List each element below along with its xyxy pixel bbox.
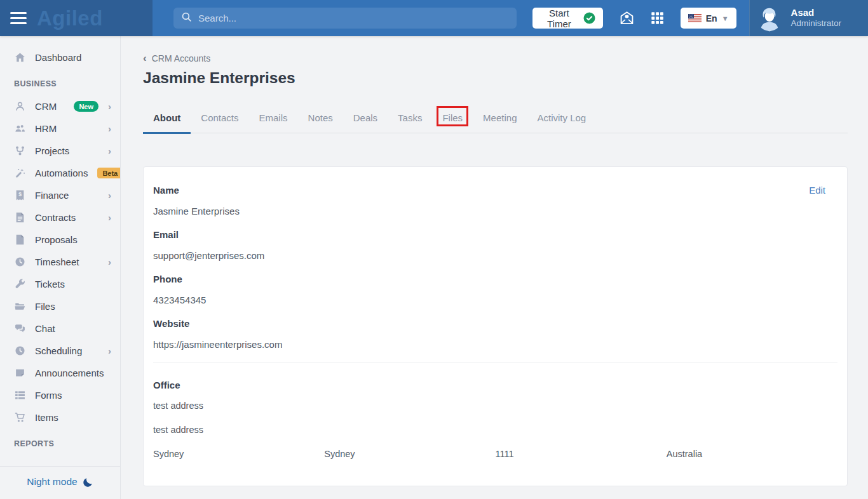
home-icon [14, 52, 25, 63]
sidebar-item-hrm[interactable]: HRM › [0, 117, 120, 140]
search-icon [181, 11, 192, 25]
user-name: Asad [791, 7, 842, 19]
field-label-website: Website [153, 318, 837, 329]
field-value-website: https://jasmineenterprises.com [153, 339, 837, 350]
sidebar-item-chat[interactable]: Chat [0, 317, 120, 340]
new-badge: New [74, 101, 98, 112]
chevron-right-icon: › [108, 123, 111, 134]
field-value-email: support@jenterprises.com [153, 250, 837, 261]
start-timer-button[interactable]: Start Timer [532, 8, 603, 29]
top-header: Agiled Start Timer [0, 0, 868, 36]
sidebar-item-projects[interactable]: Projects › [0, 140, 120, 162]
search-input[interactable] [198, 13, 509, 23]
list-icon [14, 390, 25, 401]
chevron-down-icon: ▼ [722, 15, 729, 22]
sidebar: Dashboard BUSINESS CRM New › HRM › Proje… [0, 36, 121, 499]
tab-meeting[interactable]: Meeting [473, 104, 527, 134]
office-state: Sydney [324, 449, 495, 459]
folder-open-icon [14, 301, 25, 312]
clock-icon [14, 345, 25, 356]
tab-notes[interactable]: Notes [298, 104, 343, 134]
office-label: Office [153, 380, 837, 390]
file-contract-icon [14, 212, 25, 223]
sidebar-item-finance[interactable]: $ Finance › [0, 184, 120, 206]
main-content: ‹ CRM Accounts Jasmine Enterprises About… [121, 36, 868, 499]
field-label-phone: Phone [153, 274, 837, 284]
sidebar-item-crm[interactable]: CRM New › [0, 95, 120, 117]
chevron-right-icon: › [108, 101, 111, 112]
users-icon [14, 123, 25, 134]
wrench-icon [14, 279, 25, 289]
sticky-note-icon [14, 368, 25, 378]
svg-text:$: $ [18, 191, 22, 197]
chevron-right-icon: › [108, 345, 111, 356]
sidebar-item-automations[interactable]: Automations Beta › [0, 162, 120, 184]
header-bar: Start Timer En ▼ [153, 0, 868, 36]
file-icon [14, 234, 25, 245]
field-value-name: Jasmine Enterprises [153, 206, 837, 216]
sidebar-section-business: BUSINESS [0, 79, 120, 88]
logo-area: Agiled [0, 0, 153, 36]
page-title: Jasmine Enterprises [143, 69, 868, 87]
chevron-right-icon: › [108, 190, 111, 201]
tab-tasks[interactable]: Tasks [388, 104, 432, 134]
apps-grid-icon[interactable] [651, 11, 664, 25]
check-circle-icon [583, 12, 595, 24]
sidebar-item-timesheet[interactable]: Timesheet › [0, 251, 120, 273]
sidebar-section-reports: REPORTS [0, 439, 120, 448]
clock-icon [14, 256, 25, 267]
user-menu[interactable]: Asad Administrator [749, 0, 868, 36]
us-flag-icon [688, 14, 702, 22]
office-address-line1: test address [153, 401, 837, 411]
tab-about[interactable]: About [143, 104, 191, 134]
office-city: Sydney [153, 449, 324, 459]
app-logo[interactable]: Agiled [37, 6, 103, 30]
tab-contacts[interactable]: Contacts [191, 104, 248, 134]
user-role: Administrator [791, 18, 842, 29]
account-details-card: Edit Name Jasmine Enterprises Email supp… [143, 166, 848, 486]
language-selector[interactable]: En ▼ [681, 8, 736, 29]
night-mode-toggle[interactable]: Night mode [0, 466, 120, 499]
sidebar-item-tickets[interactable]: Tickets [0, 273, 120, 295]
magic-wand-icon [14, 168, 25, 178]
field-label-email: Email [153, 229, 837, 240]
chevron-right-icon: › [108, 212, 111, 223]
moon-icon [83, 477, 93, 488]
tab-activity-log[interactable]: Activity Log [527, 104, 596, 134]
sidebar-item-contracts[interactable]: Contracts › [0, 206, 120, 229]
office-address-line2: test address [153, 425, 837, 435]
sidebar-item-forms[interactable]: Forms [0, 384, 120, 406]
sidebar-item-items[interactable]: Items [0, 406, 120, 429]
edit-button[interactable]: Edit [809, 185, 825, 196]
branch-icon [14, 145, 25, 156]
sidebar-item-scheduling[interactable]: Scheduling › [0, 340, 120, 362]
beta-badge: Beta [97, 168, 121, 178]
tab-files[interactable]: Files [432, 104, 473, 134]
inbox-mail-icon[interactable] [620, 11, 634, 25]
tab-emails[interactable]: Emails [249, 104, 298, 134]
field-label-name: Name [153, 185, 837, 196]
office-zip: 1111 [496, 449, 667, 459]
sidebar-item-files[interactable]: Files [0, 295, 120, 317]
chevron-right-icon: › [108, 145, 111, 156]
chat-bubbles-icon [14, 323, 25, 334]
invoice-dollar-icon: $ [14, 190, 25, 201]
user-icon [14, 101, 25, 112]
office-location-row: Sydney Sydney 1111 Australia [153, 449, 837, 459]
tab-deals[interactable]: Deals [343, 104, 388, 134]
hamburger-menu-icon[interactable] [10, 12, 27, 24]
chevron-right-icon: › [108, 256, 111, 267]
office-country: Australia [667, 449, 837, 459]
card-divider [153, 363, 837, 363]
shopping-cart-icon [14, 412, 25, 423]
field-value-phone: 4323454345 [153, 295, 837, 305]
sidebar-item-dashboard[interactable]: Dashboard [0, 46, 120, 69]
avatar [756, 5, 783, 32]
breadcrumb[interactable]: ‹ CRM Accounts [143, 53, 210, 63]
global-search[interactable] [173, 8, 517, 29]
sidebar-item-proposals[interactable]: Proposals [0, 229, 120, 251]
tab-bar: About Contacts Emails Notes Deals Tasks … [143, 104, 848, 133]
sidebar-item-announcements[interactable]: Announcements [0, 362, 120, 384]
chevron-left-icon: ‹ [143, 53, 147, 63]
